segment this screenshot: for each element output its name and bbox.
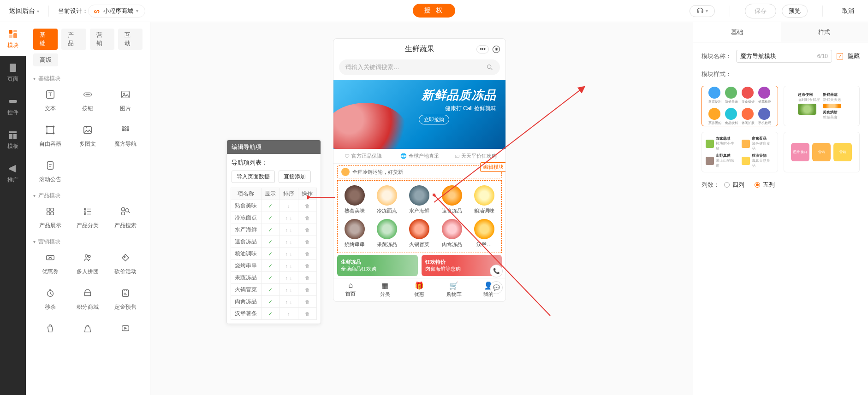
tab-cart[interactable]: 🛒购物车 (437, 281, 471, 298)
mod-extra-1[interactable] (33, 322, 67, 339)
row-name[interactable]: 水产海鲜 (231, 224, 262, 236)
rail-modules[interactable]: 模块 (0, 22, 26, 56)
section-basic-head[interactable]: ▾基础模块 (33, 75, 143, 83)
row-name[interactable]: 粮油调味 (231, 248, 262, 260)
check-icon[interactable]: ✓ (268, 287, 273, 293)
float-chat-button[interactable]: 💬 (490, 281, 503, 294)
check-icon[interactable]: ✓ (268, 203, 273, 209)
mod-product-search[interactable]: 产品搜索 (108, 205, 143, 230)
filter-marketing[interactable]: 营销 (90, 29, 114, 50)
check-icon[interactable]: ✓ (268, 299, 273, 305)
delete-icon[interactable]: 🗑 (305, 311, 310, 317)
delete-icon[interactable]: 🗑 (305, 239, 310, 245)
check-icon[interactable]: ✓ (268, 311, 273, 317)
filter-product[interactable]: 产品 (61, 29, 86, 50)
filter-advanced[interactable]: 高级 (33, 53, 58, 66)
rail-widgets[interactable]: 控件 (0, 89, 26, 123)
ticker-module[interactable]: 全程冷链运输，好货新 编辑模块 ∧ ∨ 🗑 (337, 165, 502, 178)
nav-cell[interactable]: 粮油调味 (469, 185, 499, 214)
mod-cube-nav[interactable]: 魔方导航 (108, 124, 143, 148)
mod-marquee[interactable]: 滚动公告 (33, 159, 67, 183)
delete-icon[interactable]: 🗑 (305, 263, 310, 269)
delete-icon[interactable]: 🗑 (305, 287, 310, 293)
nav-cell[interactable]: 速食冻品 (437, 185, 467, 214)
cancel-button[interactable]: 取消 (838, 4, 859, 18)
mod-points-mall[interactable]: 积分商城 (71, 287, 105, 311)
style-option-4[interactable]: 图片 接口 营销 营销 (784, 132, 860, 172)
radio-5cols[interactable]: 五列 (755, 181, 775, 189)
props-tab-style[interactable]: 样式 (781, 22, 868, 42)
delete-icon[interactable]: 🗑 (305, 215, 310, 221)
mod-text[interactable]: 文本 (33, 88, 67, 112)
mod-button[interactable]: 按钮 (71, 88, 105, 112)
tab-home[interactable]: ⌂首页 (333, 281, 368, 298)
search-bar[interactable]: 请输入关键词搜索… (339, 59, 500, 75)
delete-icon[interactable]: 🗑 (305, 275, 310, 281)
filter-interactive[interactable]: 互动 (118, 29, 143, 50)
nav-cell[interactable]: 烧烤串串 (339, 219, 370, 248)
target-icon[interactable]: ◉ (493, 46, 500, 53)
save-button[interactable]: 保存 (745, 4, 776, 18)
row-name[interactable]: 熟食美味 (231, 200, 262, 212)
nav-cell[interactable]: 火锅冒菜 (404, 219, 434, 248)
rail-templates[interactable]: 模板 (0, 123, 26, 157)
row-name[interactable]: 肉禽冻品 (231, 296, 262, 308)
mod-coupon[interactable]: 优惠券 (33, 251, 67, 276)
check-icon[interactable]: ✓ (268, 215, 273, 221)
sort-buttons[interactable]: ↑ ↓ (285, 288, 293, 293)
radio-4cols[interactable]: 四列 (724, 181, 744, 189)
hide-checkbox[interactable]: ✓ (837, 53, 843, 59)
mod-group-buy[interactable]: 多人拼团 (71, 251, 105, 276)
sort-buttons[interactable]: ↑ ↓ (285, 276, 293, 281)
delete-icon[interactable]: 🗑 (305, 227, 310, 233)
rail-pages[interactable]: 页面 (0, 56, 26, 89)
delete-icon[interactable]: 🗑 (305, 299, 310, 305)
sort-buttons[interactable]: ↑ ↓ (285, 216, 293, 221)
support-dropdown[interactable]: ▾ (690, 5, 715, 17)
mod-multigraphic[interactable]: 多图文 (71, 124, 105, 148)
check-icon[interactable]: ✓ (268, 227, 273, 233)
mod-deposit-presale[interactable]: 定金预售 (108, 287, 143, 311)
mod-extra-2[interactable] (71, 322, 105, 339)
style-option-3[interactable]: 农家蔬菜模块时令生鲜家禽蛋品绿色健康食品山野真菌带上山的味道粮油谷物真真天然良品 (702, 132, 778, 172)
sort-buttons[interactable]: ↑ ↓ (285, 252, 293, 257)
banner-cta-button[interactable]: 立即抢购 (419, 115, 449, 124)
row-name[interactable]: 火锅冒菜 (231, 284, 262, 296)
row-name[interactable]: 果蔬冻品 (231, 272, 262, 284)
sort-buttons[interactable]: ↑ ↓ (285, 264, 293, 269)
more-icon[interactable]: ••• (476, 45, 489, 53)
edit-module-badge[interactable]: 编辑模块 (480, 162, 506, 172)
row-name[interactable]: 烧烤串串 (231, 260, 262, 272)
mod-extra-3[interactable] (108, 322, 143, 339)
cube-nav-module[interactable]: 熟食美味冷冻面点水产海鲜速食冻品粮油调味烧烤串串果蔬冻品火锅冒菜肉禽冻品汉堡… (337, 180, 502, 253)
nav-cell[interactable]: 冷冻面点 (372, 185, 402, 214)
tab-category[interactable]: ▦分类 (368, 281, 403, 298)
sort-buttons[interactable]: ↑ ↓ (285, 300, 293, 305)
mod-seckill[interactable]: 秒杀 (33, 287, 67, 311)
sort-buttons[interactable]: ↑ ↓ (285, 240, 293, 245)
mod-bargain[interactable]: 砍价活动 (108, 251, 143, 276)
preview-button[interactable]: 预览 (782, 5, 808, 18)
filter-basic[interactable]: 基础 (33, 29, 58, 50)
nav-cell[interactable]: 汉堡… (469, 219, 499, 248)
nav-cell[interactable]: 熟食美味 (339, 185, 370, 214)
delete-icon[interactable]: 🗑 (305, 203, 310, 209)
float-phone-button[interactable]: 📞 (490, 265, 503, 277)
style-option-2[interactable]: 超市便利临时时令鲜星 新鲜果蔬新鲜天天送美食烘焙整城美食 (784, 86, 860, 126)
sort-buttons[interactable]: ↓ (287, 204, 290, 209)
section-marketing-head[interactable]: ▾营销模块 (33, 238, 143, 246)
promo-fresh[interactable]: 生鲜冻品全场商品狂欢购 (337, 255, 418, 276)
delete-icon[interactable]: 🗑 (305, 251, 310, 257)
banner[interactable]: 新鲜品质冻品 健康打 Call 抢鲜就味 立即抢购 (333, 80, 505, 149)
check-icon[interactable]: ✓ (268, 239, 273, 245)
add-directly-button[interactable]: 直接添加 (279, 171, 311, 183)
check-icon[interactable]: ✓ (268, 275, 273, 281)
check-icon[interactable]: ✓ (268, 251, 273, 257)
rail-promote[interactable]: 推广 (0, 157, 26, 190)
props-tab-basic[interactable]: 基础 (693, 22, 781, 42)
tab-discount[interactable]: 🎁优惠 (402, 281, 437, 298)
row-name[interactable]: 冷冻面点 (231, 212, 262, 224)
nav-cell[interactable]: 水产海鲜 (404, 185, 434, 214)
check-icon[interactable]: ✓ (268, 263, 273, 269)
mod-image[interactable]: 图片 (108, 88, 143, 112)
